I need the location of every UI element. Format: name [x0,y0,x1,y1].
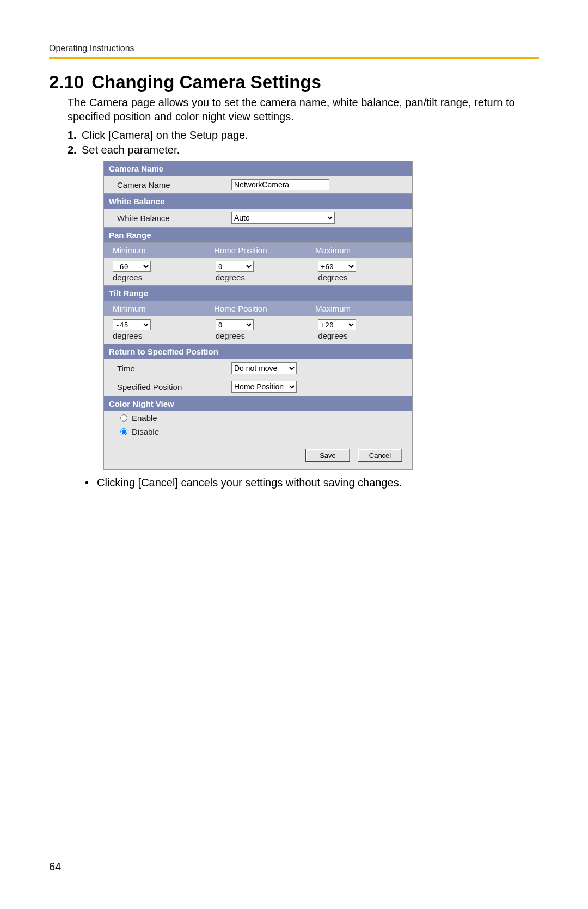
tilt-min-select[interactable]: -45 [113,319,151,330]
tilt-range-values: -45 degrees 0 degrees +20 degrees [104,316,412,344]
pan-min-col: Minimum [104,243,210,258]
save-button[interactable]: Save [305,449,350,462]
tilt-min-cell: -45 degrees [104,319,207,340]
night-view-disable-radio[interactable] [120,428,127,435]
tilt-min-col: Minimum [104,301,210,316]
note-bullet: •Clicking [Cancel] cancels your settings… [85,477,539,489]
pan-min-select[interactable]: -60 [113,261,151,272]
white-balance-row: White Balance Auto [104,209,412,227]
return-position-select[interactable]: Home Position [231,381,297,393]
bullet-icon: • [85,477,97,489]
pan-min-unit: degrees [113,273,207,282]
pan-range-values: -60 degrees 0 degrees +60 degrees [104,258,412,285]
section-title-text: Changing Camera Settings [91,72,321,92]
pan-home-col: Home Position [210,243,311,258]
tilt-max-col: Maximum [311,301,412,316]
return-time-select[interactable]: Do not move [231,362,297,374]
section-title: 2.10Changing Camera Settings [49,72,539,93]
pan-range-header: Pan Range [104,227,412,242]
section-number: 2.10 [49,72,84,93]
white-balance-label: White Balance [117,213,231,223]
pan-min-cell: -60 degrees [104,261,207,282]
cancel-button[interactable]: Cancel [358,449,402,462]
tilt-home-unit: degrees [216,331,310,340]
return-time-row: Time Do not move [104,359,412,377]
tilt-range-header: Tilt Range [104,285,412,301]
camera-name-row: Camera Name [104,176,412,193]
night-view-enable-row: Enable [104,411,412,425]
pan-home-select[interactable]: 0 [216,261,254,272]
camera-name-label: Camera Name [117,180,231,190]
return-position-row: Specified Position Home Position [104,377,412,396]
night-view-disable-row: Disable [104,425,412,438]
pan-max-col: Maximum [311,243,412,258]
return-position-label: Specified Position [117,382,231,392]
tilt-home-cell: 0 degrees [207,319,310,340]
pan-max-select[interactable]: +60 [318,261,356,272]
pan-range-columns: Minimum Home Position Maximum [104,242,412,258]
camera-name-input[interactable] [231,179,329,190]
return-time-label: Time [117,364,231,373]
tilt-min-unit: degrees [113,331,207,340]
gold-rule [49,57,539,59]
step-2: 2.Set each parameter. [68,144,539,156]
return-position-header: Return to Specified Position [104,344,412,359]
step-list: 1.Click [Camera] on the Setup page. 2.Se… [68,129,539,156]
note-text: Clicking [Cancel] cancels your settings … [97,477,402,489]
white-balance-select[interactable]: Auto [231,212,335,224]
night-view-header: Color Night View [104,396,412,411]
button-bar: Save Cancel [104,441,412,469]
step-1: 1.Click [Camera] on the Setup page. [68,129,539,142]
pan-max-unit: degrees [318,273,412,282]
tilt-max-unit: degrees [318,331,412,340]
tilt-home-col: Home Position [210,301,311,316]
settings-panel-wrap: Camera Name Camera Name White Balance Wh… [103,161,539,470]
pan-home-cell: 0 degrees [207,261,310,282]
page-number: 64 [49,861,61,873]
tilt-max-select[interactable]: +20 [318,319,356,330]
document-page: Operating Instructions 2.10Changing Came… [0,0,588,909]
night-view-enable-label: Enable [132,413,157,423]
intro-paragraph: The Camera page allows you to set the ca… [68,96,539,124]
white-balance-header: White Balance [104,193,412,209]
tilt-range-columns: Minimum Home Position Maximum [104,301,412,316]
pan-home-unit: degrees [216,273,310,282]
step-text: Set each parameter. [82,144,180,156]
settings-panel: Camera Name Camera Name White Balance Wh… [103,161,413,470]
night-view-enable-radio[interactable] [120,414,127,422]
tilt-home-select[interactable]: 0 [216,319,254,330]
step-number: 1. [68,129,82,142]
night-view-disable-label: Disable [132,427,159,436]
step-text: Click [Camera] on the Setup page. [82,129,248,141]
tilt-max-cell: +20 degrees [309,319,412,340]
pan-max-cell: +60 degrees [309,261,412,282]
step-number: 2. [68,144,82,156]
running-header: Operating Instructions [49,44,539,53]
camera-name-header: Camera Name [104,161,412,176]
